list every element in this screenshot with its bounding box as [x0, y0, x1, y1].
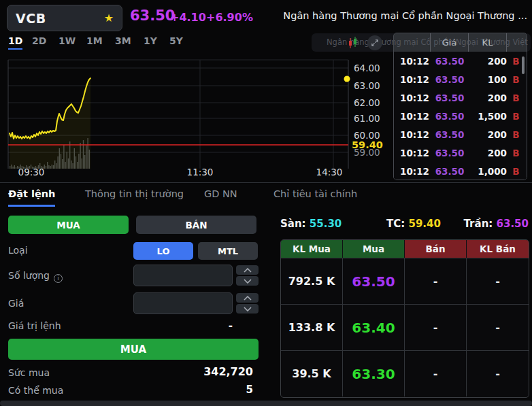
order-type-lo-button[interactable]: LO	[133, 242, 193, 260]
order-value-label: Giá trị lệnh	[8, 320, 61, 331]
tape-row: 10:1263.501,000B	[394, 162, 527, 180]
book-header-cell: KL Bán	[467, 240, 529, 258]
svg-text:64.00: 64.00	[354, 63, 380, 73]
tape-volume: 100	[469, 74, 507, 85]
tape-scrollbar[interactable]	[522, 56, 525, 74]
tape-time: 10:12	[394, 74, 431, 85]
price-input[interactable]	[133, 292, 233, 314]
svg-text:11:30: 11:30	[187, 167, 214, 177]
price-change: +4.10	[170, 11, 206, 24]
tape-price-header: Giá	[431, 33, 469, 52]
sell-tab-button[interactable]: BÁN	[136, 216, 256, 234]
order-book-header: KL MuaMuaBánKL Bán	[281, 240, 529, 258]
book-buy-volume: 792.5 K	[281, 258, 343, 304]
book-header-cell: KL Mua	[281, 240, 343, 258]
tape-volume-header: KL	[469, 33, 507, 52]
tape-price: 63.50	[431, 148, 469, 158]
last-price: 63.50	[130, 7, 175, 24]
book-sell-price: -	[405, 258, 467, 304]
book-sell-volume: -	[467, 351, 529, 396]
book-sell-price: -	[405, 351, 467, 396]
tape-price: 63.50	[431, 92, 469, 103]
range-tab-2d[interactable]: 2D	[32, 35, 46, 46]
section-divider	[0, 182, 532, 183]
tape-price: 63.50	[431, 111, 469, 122]
range-tab-1y[interactable]: 1Y	[144, 35, 157, 46]
tape-row: 10:1263.50100B	[394, 70, 527, 88]
floor-price: Sàn: 55.30	[280, 218, 342, 230]
book-row[interactable]: 133.8 K63.40--	[281, 304, 529, 350]
svg-text:61.00: 61.00	[354, 113, 380, 124]
tab-chỉ-tiêu-tài-chính[interactable]: Chỉ tiêu tài chính	[273, 188, 357, 205]
tape-volume: 1,500	[469, 111, 507, 122]
tape-row: 10:1263.50200B	[394, 143, 527, 162]
tape-time: 10:12	[394, 166, 431, 177]
horizontal-scrollbar[interactable]	[0, 401, 532, 406]
can-buy-value: 5	[133, 384, 253, 396]
range-tab-1m[interactable]: 1M	[86, 35, 103, 46]
price-decrease-button[interactable]	[236, 304, 259, 314]
order-value: -	[133, 320, 233, 332]
tape-time: 10:12	[394, 148, 431, 158]
price-increase-button[interactable]	[236, 293, 259, 303]
buy-tab-button[interactable]: MUA	[8, 216, 129, 234]
buying-power-value: 342,720	[133, 365, 253, 378]
book-buy-price: 63.30	[343, 351, 405, 396]
book-header-cell: Mua	[343, 240, 405, 258]
quantity-decrease-button[interactable]	[236, 276, 259, 286]
range-tab-3m[interactable]: 3M	[115, 35, 131, 46]
tape-volume: 1,000	[469, 166, 507, 177]
tape-time: 10:12	[394, 129, 431, 140]
quantity-label: Số lượngi	[8, 270, 63, 283]
info-icon[interactable]: i	[54, 274, 63, 283]
svg-text:09:30: 09:30	[18, 167, 45, 177]
tab-gd-nn[interactable]: GD NN	[204, 188, 237, 205]
tape-time: 10:12	[394, 56, 431, 67]
order-type-label: Loại	[8, 245, 28, 256]
tape-side: B	[507, 148, 525, 158]
symbol-selector[interactable]: VCB ★	[7, 5, 122, 31]
quantity-increase-button[interactable]	[236, 265, 259, 275]
tab-thông-tin-thị-trường[interactable]: Thông tin thị trường	[85, 188, 184, 205]
tape-time-header	[394, 33, 431, 52]
range-tab-1w[interactable]: 1W	[59, 35, 76, 46]
submit-buy-button[interactable]: MUA	[8, 339, 259, 360]
price-label: Giá	[8, 298, 24, 309]
tab-đặt-lệnh[interactable]: Đặt lệnh	[8, 188, 55, 207]
svg-text:14:30: 14:30	[316, 167, 343, 177]
tape-volume: 200	[469, 92, 507, 103]
order-type-mtl-button[interactable]: MTL	[198, 242, 258, 260]
tape-row: 10:1263.50200B	[394, 125, 527, 143]
expand-chart-icon[interactable]	[367, 35, 382, 50]
tape-row: 10:1263.50200B	[394, 52, 527, 70]
company-name: Ngân hàng Thương mại Cổ phần Ngoại Thươn…	[283, 10, 527, 21]
quantity-input[interactable]	[133, 265, 233, 286]
order-book-rows: 792.5 K63.50--133.8 K63.40--39.5 K63.30-…	[281, 258, 529, 396]
buying-power-label: Sức mua	[8, 367, 50, 378]
book-row[interactable]: 39.5 K63.30--	[281, 350, 529, 396]
book-header-cell: Bán	[405, 240, 467, 258]
tape-time: 10:12	[394, 111, 431, 122]
favorite-star-icon[interactable]: ★	[104, 12, 114, 24]
can-buy-label: Có thể mua	[8, 385, 63, 396]
tape-side: B	[507, 74, 525, 85]
book-row[interactable]: 792.5 K63.50--	[281, 258, 529, 304]
tape-rows: 10:1263.50200B10:1263.50100B10:1263.5020…	[394, 52, 527, 180]
ceiling-price: Trần: 63.50	[464, 218, 529, 230]
tape-volume: 200	[469, 56, 507, 67]
tape-side: B	[507, 111, 525, 122]
ticker-symbol: VCB	[16, 11, 46, 26]
candlestick-chart-icon[interactable]	[348, 37, 359, 52]
book-sell-volume: -	[467, 258, 529, 304]
svg-text:63.00: 63.00	[354, 80, 380, 91]
book-buy-price: 63.50	[343, 258, 405, 304]
range-tab-5y[interactable]: 5Y	[169, 35, 183, 46]
tape-row: 10:1263.501,500B	[394, 107, 527, 125]
book-buy-volume: 133.8 K	[281, 305, 343, 350]
tape-side: B	[507, 166, 525, 177]
book-buy-volume: 39.5 K	[281, 351, 343, 396]
range-tab-1d[interactable]: 1D	[8, 35, 22, 50]
order-book-table: KL MuaMuaBánKL Bán 792.5 K63.50--133.8 K…	[280, 239, 529, 398]
tape-price: 63.50	[431, 129, 469, 140]
book-sell-volume: -	[467, 305, 529, 350]
